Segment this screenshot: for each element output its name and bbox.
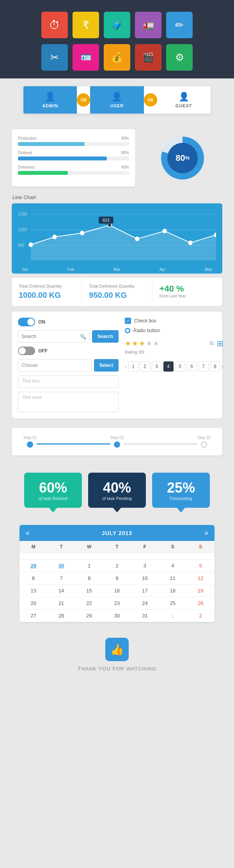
cal-31[interactable]: 31 bbox=[131, 610, 159, 622]
cal-19[interactable]: 19 bbox=[187, 585, 214, 597]
cal-27[interactable]: 27 bbox=[20, 610, 47, 622]
cal-4[interactable]: 4 bbox=[159, 560, 186, 572]
page-8[interactable]: 8 bbox=[210, 361, 220, 372]
cal-28[interactable]: 28 bbox=[47, 610, 75, 622]
cal-23[interactable]: 23 bbox=[103, 597, 131, 610]
cal-22[interactable]: 22 bbox=[75, 597, 103, 610]
text-area-box[interactable]: Text area bbox=[18, 392, 119, 412]
bar-delivered-fill bbox=[18, 171, 68, 175]
step-2-dot bbox=[114, 441, 120, 448]
robot-icon-tile[interactable]: ⚙ bbox=[166, 44, 193, 71]
cal-17[interactable]: 17 bbox=[131, 585, 159, 597]
page-5[interactable]: 5 bbox=[175, 361, 185, 372]
view-icons: ≡ ⊞ bbox=[209, 339, 224, 348]
bar-ordered-label: Ordered bbox=[18, 151, 32, 155]
page-1[interactable]: 1 bbox=[128, 361, 138, 372]
search-button[interactable]: Search bbox=[92, 330, 119, 343]
money-icon-tile[interactable]: 💰 bbox=[104, 44, 130, 71]
donut-chart: 80% bbox=[143, 137, 222, 180]
cal-1[interactable]: 1 bbox=[75, 560, 103, 572]
search-input-wrap[interactable]: 🔍 bbox=[18, 330, 90, 343]
cal-11[interactable]: 11 bbox=[159, 572, 186, 585]
cal-14[interactable]: 14 bbox=[47, 585, 75, 597]
text-input-box[interactable]: Text box bbox=[18, 375, 119, 388]
cal-29[interactable]: 29 bbox=[20, 560, 47, 572]
page-6[interactable]: 6 bbox=[187, 361, 197, 372]
toggle-on[interactable] bbox=[18, 318, 35, 326]
rupee-icon-tile[interactable]: ₹ bbox=[73, 12, 99, 38]
star-5[interactable]: ★ bbox=[153, 339, 159, 348]
cal-5[interactable]: 5 bbox=[187, 560, 214, 572]
cal-8[interactable]: 8 bbox=[75, 572, 103, 585]
cal-3[interactable]: 3 bbox=[131, 560, 159, 572]
svg-text:1,000: 1,000 bbox=[18, 228, 27, 232]
cal-16[interactable]: 16 bbox=[103, 585, 131, 597]
star-1[interactable]: ★ bbox=[125, 339, 131, 348]
badge-finished-sub: of task finished bbox=[39, 496, 67, 501]
cal-10[interactable]: 10 bbox=[131, 572, 159, 585]
cal-week-1 bbox=[20, 553, 214, 560]
cal-25[interactable]: 25 bbox=[159, 597, 186, 610]
page-next[interactable]: › bbox=[222, 363, 224, 370]
stars[interactable]: ★ ★ ★ ★ ★ bbox=[125, 339, 159, 348]
id-icon-tile[interactable]: 🪪 bbox=[73, 44, 99, 71]
step-2: Step 02 bbox=[110, 436, 124, 448]
cal-empty bbox=[159, 553, 186, 560]
search-row: 🔍 Search bbox=[18, 330, 119, 343]
star-4[interactable]: ★ bbox=[146, 339, 152, 348]
star-3[interactable]: ★ bbox=[139, 339, 145, 348]
bar-delivered-track bbox=[18, 171, 129, 175]
page-prev[interactable]: ‹ bbox=[125, 363, 127, 370]
timer-icon-tile[interactable]: ⏱ bbox=[41, 12, 68, 38]
donut-value: 80% bbox=[167, 143, 198, 173]
user-tab[interactable]: 👤 USER bbox=[90, 86, 144, 114]
truck-icon-tile[interactable]: 🚛 bbox=[135, 12, 161, 38]
toggle-off-row: OFF bbox=[18, 347, 119, 355]
grid-view-icon[interactable]: ⊞ bbox=[217, 339, 223, 348]
toggle-off[interactable] bbox=[18, 347, 35, 355]
checkbox-item[interactable]: ✓ Check box bbox=[125, 318, 223, 324]
steps-section: Step 01 Step 02 Step 03 bbox=[12, 428, 222, 455]
page-7[interactable]: 7 bbox=[199, 361, 209, 372]
briefcase-icon-tile[interactable]: 🧳 bbox=[104, 12, 130, 38]
bar-delivered-pct: 45% bbox=[121, 165, 129, 169]
toggle-on-label: ON bbox=[38, 319, 45, 325]
admin-label: ADMIN bbox=[42, 103, 58, 108]
page-2[interactable]: 2 bbox=[140, 361, 150, 372]
choose-select[interactable]: Choose bbox=[18, 359, 92, 372]
cal-7[interactable]: 7 bbox=[47, 572, 75, 585]
cal-15[interactable]: 15 bbox=[75, 585, 103, 597]
cal-20[interactable]: 20 bbox=[20, 597, 47, 610]
cal-30b[interactable]: 30 bbox=[103, 610, 131, 622]
star-2[interactable]: ★ bbox=[132, 339, 138, 348]
admin-tab[interactable]: 👤 ADMIN bbox=[23, 86, 77, 114]
cal-9[interactable]: 9 bbox=[103, 572, 131, 585]
bar-production-label: Production bbox=[18, 136, 37, 141]
list-view-icon[interactable]: ≡ bbox=[209, 339, 214, 348]
scissors-icon-tile[interactable]: ✂ bbox=[41, 44, 68, 71]
guest-tab[interactable]: 👤 GUEST bbox=[157, 86, 211, 114]
cal-empty bbox=[20, 553, 47, 560]
video-icon-tile[interactable]: 🎬 bbox=[135, 44, 161, 71]
edit-icon-tile[interactable]: ✏ bbox=[166, 12, 193, 38]
select-button[interactable]: Select bbox=[94, 359, 119, 372]
cal-18[interactable]: 18 bbox=[159, 585, 186, 597]
cal-empty bbox=[75, 553, 103, 560]
cal-24[interactable]: 24 bbox=[131, 597, 159, 610]
cal-2[interactable]: 2 bbox=[103, 560, 131, 572]
calendar-prev[interactable]: « bbox=[26, 529, 30, 537]
cal-21[interactable]: 21 bbox=[47, 597, 75, 610]
cal-13[interactable]: 13 bbox=[20, 585, 47, 597]
cal-6[interactable]: 6 bbox=[20, 572, 47, 585]
page-4[interactable]: 4 bbox=[163, 361, 174, 372]
cal-29b[interactable]: 29 bbox=[75, 610, 103, 622]
cal-30[interactable]: 30 bbox=[47, 560, 75, 572]
cal-12[interactable]: 12 bbox=[187, 572, 214, 585]
radio-item[interactable]: Radio button bbox=[125, 328, 223, 333]
money-icon: 💰 bbox=[111, 52, 123, 63]
user-selection-bar: 👤 ADMIN OR 👤 USER OR 👤 GUEST bbox=[23, 86, 211, 114]
calendar-next[interactable]: » bbox=[204, 529, 208, 537]
cal-26[interactable]: 26 bbox=[187, 597, 214, 610]
page-3[interactable]: 3 bbox=[152, 361, 162, 372]
search-input[interactable] bbox=[21, 334, 80, 339]
